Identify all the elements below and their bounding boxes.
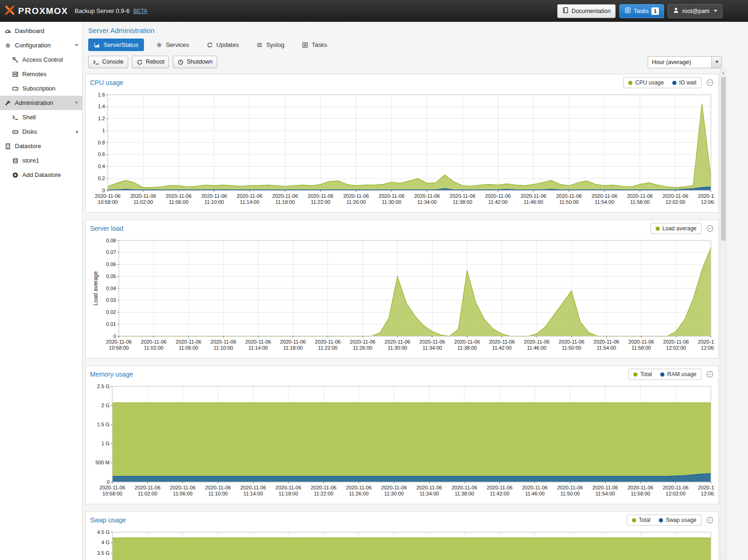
panel-title: CPU usage (90, 79, 124, 86)
panel-header: Memory usageTotalRAM usage (85, 366, 718, 382)
svg-text:2020-11-06: 2020-11-06 (593, 339, 619, 345)
legend-item: Load average (656, 225, 696, 232)
svg-text:11:54:00: 11:54:00 (597, 345, 616, 351)
svg-text:11:26:00: 11:26:00 (349, 491, 369, 496)
legend-dot (659, 518, 663, 522)
sidebar-item-add-datastore[interactable]: Add Datastore (0, 168, 82, 182)
tab-tasks[interactable]: Tasks (296, 39, 332, 51)
svg-text:2020-11-06: 2020-11-06 (346, 485, 371, 490)
svg-text:11:42:00: 11:42:00 (492, 345, 512, 351)
tab-updates[interactable]: Updates (201, 39, 244, 51)
collapse-icon[interactable] (706, 79, 714, 86)
tab-syslog[interactable]: Syslog (251, 39, 290, 51)
sidebar-item-label: Shell (22, 114, 36, 121)
chart-memory: 0500 M1 G1.5 G2 G2.5 G2020-11-0610:58:00… (89, 383, 715, 500)
svg-text:11:10:00: 11:10:00 (204, 199, 224, 205)
svg-text:11:38:00: 11:38:00 (453, 199, 472, 205)
legend-item: RAM usage (660, 371, 696, 378)
user-menu-button[interactable]: root@pam (668, 4, 722, 18)
power-icon (177, 59, 184, 65)
chart-area: 0500 M1 G1.5 G2 G2.5 G3 G3.5 G4 G4.5 G20… (85, 527, 718, 560)
svg-text:2020-11-06: 2020-11-06 (170, 485, 195, 490)
scrollbar-up-arrow[interactable]: ▲ (720, 71, 726, 74)
svg-text:0.08: 0.08 (106, 238, 116, 243)
panel-header: Swap usageTotalSwap usage (85, 512, 718, 527)
sidebar-item-subscription[interactable]: Subscription (0, 81, 82, 96)
collapse-icon[interactable] (706, 371, 714, 378)
svg-text:11:30:00: 11:30:00 (388, 345, 407, 351)
sidebar-item-remotes[interactable]: Remotes (0, 67, 82, 81)
svg-text:11:02:00: 11:02:00 (144, 345, 163, 351)
database-icon (12, 157, 19, 164)
svg-text:0: 0 (113, 333, 116, 339)
wrench-icon (5, 100, 11, 106)
tab-services[interactable]: Services (150, 39, 195, 51)
legend-dot (672, 81, 676, 85)
sidebar-item-access-control[interactable]: Access Control (0, 52, 82, 67)
svg-text:2020-11-06: 2020-11-06 (99, 485, 125, 490)
svg-text:0.05: 0.05 (106, 273, 116, 279)
svg-text:2020-11-06: 2020-11-06 (663, 193, 688, 199)
sidebar-item-disks[interactable]: Disks (0, 124, 82, 139)
svg-text:2020-11-06: 2020-11-06 (176, 339, 201, 345)
svg-text:12:06:00: 12:06:00 (701, 199, 715, 205)
combo-trigger[interactable] (711, 57, 722, 68)
caret-down-icon (714, 10, 717, 12)
svg-text:2020-11-06: 2020-11-06 (698, 485, 715, 490)
svg-text:11:34:00: 11:34:00 (419, 491, 439, 496)
svg-text:2020-11-06: 2020-11-06 (245, 339, 271, 345)
tab-bar: ServerStatusServicesUpdatesSyslogTasks (88, 39, 728, 51)
scrollbar-thumb[interactable] (721, 77, 726, 241)
beta-link[interactable]: BETA (133, 8, 147, 14)
svg-text:11:18:00: 11:18:00 (279, 491, 298, 496)
shutdown-button[interactable]: Shutdown (173, 56, 217, 68)
documentation-button[interactable]: Documentation (557, 4, 616, 18)
svg-text:2020-11-06: 2020-11-06 (663, 339, 689, 345)
svg-text:11:22:00: 11:22:00 (314, 491, 333, 496)
lines-icon (256, 42, 263, 48)
collapse-icon[interactable] (706, 516, 714, 524)
sidebar-item-dashboard[interactable]: Dashboard (0, 24, 82, 38)
sidebar-item-label: Subscription (22, 85, 56, 92)
svg-text:12:02:00: 12:02:00 (666, 345, 686, 351)
charts-container: CPU usageCPU usageIO wait00.20.40.60.811… (83, 74, 721, 560)
svg-text:2020-11-06: 2020-11-06 (350, 339, 375, 345)
svg-text:2020-11-06: 2020-11-06 (315, 339, 340, 345)
console-button[interactable]: Console (88, 56, 128, 68)
panel-memory: Memory usageTotalRAM usage0500 M1 G1.5 G… (85, 365, 719, 504)
svg-text:2020-11-06: 2020-11-06 (419, 339, 445, 345)
svg-text:2020-11-06: 2020-11-06 (559, 339, 584, 345)
sidebar-item-label: Dashboard (15, 27, 45, 34)
timeframe-select[interactable]: Hour (average) (648, 56, 722, 68)
collapse-icon[interactable] (706, 225, 714, 232)
svg-text:1.4: 1.4 (98, 104, 105, 109)
panel-title: Memory usage (90, 371, 133, 378)
svg-text:12:02:00: 12:02:00 (665, 199, 685, 205)
svg-text:4 G: 4 G (101, 540, 110, 545)
svg-text:11:34:00: 11:34:00 (417, 199, 437, 205)
svg-text:2020-11-06: 2020-11-06 (522, 485, 547, 490)
svg-text:11:14:00: 11:14:00 (240, 199, 260, 205)
tasks-button[interactable]: Tasks 1 (619, 4, 664, 18)
sidebar-item-datastore[interactable]: Datastore (0, 139, 82, 153)
sidebar-item-configuration[interactable]: Configuration (0, 38, 82, 52)
svg-text:11:06:00: 11:06:00 (173, 491, 193, 496)
chart-icon (94, 42, 100, 48)
sidebar-item-store1[interactable]: store1 (0, 153, 82, 168)
svg-text:0.06: 0.06 (106, 261, 116, 267)
sidebar-item-label: Disks (22, 128, 37, 135)
svg-text:11:50:00: 11:50:00 (562, 345, 581, 351)
panel-cpu: CPU usageCPU usageIO wait00.20.40.60.811… (85, 74, 719, 213)
chart-area: 0500 M1 G1.5 G2 G2.5 G2020-11-0610:58:00… (85, 382, 718, 504)
sidebar: DashboardConfigurationAccess ControlRemo… (0, 22, 83, 560)
sidebar-item-shell[interactable]: Shell (0, 110, 82, 124)
sidebar-item-administration[interactable]: Administration (0, 96, 82, 110)
reboot-button[interactable]: Reboot (132, 56, 169, 68)
tab-serverstatus[interactable]: ServerStatus (88, 39, 144, 51)
svg-text:0.03: 0.03 (106, 297, 116, 303)
svg-text:11:34:00: 11:34:00 (423, 345, 442, 351)
chart-area: 00.20.40.60.811.21.41.62020-11-0610:58:0… (85, 90, 718, 212)
vertical-scrollbar[interactable]: ▲ (720, 70, 727, 560)
caret-down-icon (75, 102, 78, 104)
svg-text:2020-11-06: 2020-11-06 (520, 193, 546, 199)
